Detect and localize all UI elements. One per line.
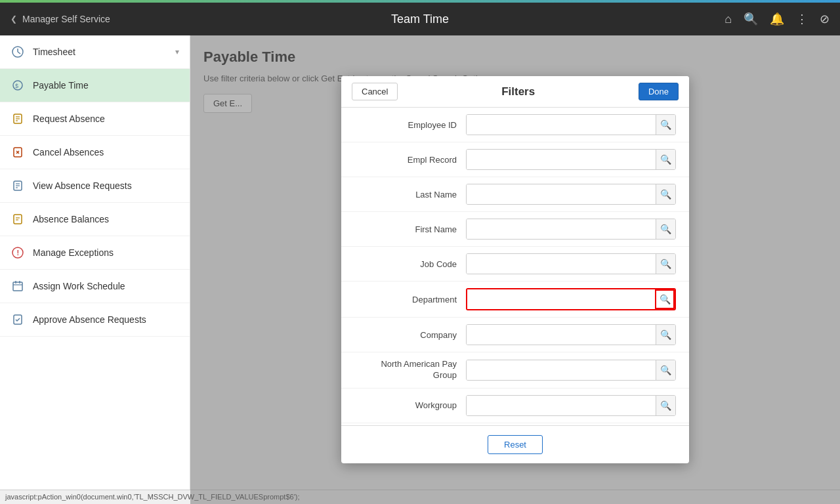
last-name-input[interactable] xyxy=(467,184,656,204)
payable-time-icon: $ xyxy=(10,78,25,93)
na-pay-group-input-wrap: 🔍 xyxy=(466,360,676,381)
chevron-left-icon: ❮ xyxy=(10,14,17,24)
na-pay-group-search-button[interactable]: 🔍 xyxy=(656,360,675,380)
content-area: Payable Time Use filter criteria below o… xyxy=(190,35,840,504)
workgroup-input[interactable] xyxy=(467,396,656,415)
manage-exceptions-icon: ! xyxy=(10,245,25,260)
workgroup-label: Workgroup xyxy=(354,400,466,410)
main-layout: Timesheet ▾ $ Payable Time xyxy=(0,35,840,504)
empl-record-input[interactable] xyxy=(467,150,656,169)
last-name-label: Last Name xyxy=(354,190,466,200)
department-input[interactable] xyxy=(467,289,655,309)
bell-icon[interactable]: 🔔 xyxy=(770,12,784,26)
request-absence-icon xyxy=(10,112,25,126)
absence-balances-icon xyxy=(10,212,25,226)
sidebar-item-view-absence-requests[interactable]: View Absence Requests xyxy=(0,169,190,203)
first-name-input-wrap: 🔍 xyxy=(466,219,676,240)
last-name-search-button[interactable]: 🔍 xyxy=(656,184,675,204)
svg-text:!: ! xyxy=(17,249,20,257)
modal-title: Filters xyxy=(398,85,638,98)
sidebar-item-approve-absence-requests[interactable]: Approve Absence Requests xyxy=(0,303,190,337)
sidebar-manage-exceptions-label: Manage Exceptions xyxy=(33,247,179,258)
sidebar-item-absence-balances[interactable]: Absence Balances xyxy=(0,203,190,236)
search-icon[interactable]: 🔍 xyxy=(744,12,758,26)
filter-row-last-name: Last Name 🔍 xyxy=(341,177,689,212)
header: ❮ Manager Self Service Team Time ⌂ 🔍 🔔 ⋮… xyxy=(0,3,840,35)
sidebar-request-absence-label: Request Absence xyxy=(33,114,179,124)
sidebar-approve-absence-label: Approve Absence Requests xyxy=(33,314,179,325)
svg-rect-21 xyxy=(13,282,22,291)
svg-rect-16 xyxy=(14,215,22,224)
sidebar-item-timesheet[interactable]: Timesheet ▾ xyxy=(0,35,190,69)
company-input-wrap: 🔍 xyxy=(466,324,676,345)
empl-record-search-button[interactable]: 🔍 xyxy=(656,150,675,169)
done-button[interactable]: Done xyxy=(639,83,679,100)
filter-row-workgroup: Workgroup 🔍 xyxy=(341,388,689,423)
na-pay-group-input[interactable] xyxy=(467,360,656,380)
sidebar-item-payable-time[interactable]: $ Payable Time xyxy=(0,69,190,102)
company-search-button[interactable]: 🔍 xyxy=(656,325,675,345)
sidebar-item-assign-work-schedule[interactable]: Assign Work Schedule xyxy=(0,270,190,303)
view-absence-requests-icon xyxy=(10,178,25,193)
na-pay-group-label: North American PayGroup xyxy=(354,359,466,381)
empl-record-label: Empl Record xyxy=(354,155,466,165)
sidebar-item-cancel-absences[interactable]: Cancel Absences xyxy=(0,136,190,169)
workgroup-search-button[interactable]: 🔍 xyxy=(656,396,675,415)
empl-record-input-wrap: 🔍 xyxy=(466,149,676,170)
assign-work-schedule-icon xyxy=(10,279,25,293)
job-code-search-button[interactable]: 🔍 xyxy=(656,254,675,274)
header-icons: ⌂ 🔍 🔔 ⋮ ⊘ xyxy=(724,12,830,26)
filter-row-company: Company 🔍 xyxy=(341,318,689,352)
company-input[interactable] xyxy=(467,325,656,345)
sidebar: Timesheet ▾ $ Payable Time xyxy=(0,35,190,504)
sidebar-item-request-absence[interactable]: Request Absence xyxy=(0,102,190,136)
modal-header: Cancel Filters Done xyxy=(341,76,689,108)
last-name-input-wrap: 🔍 xyxy=(466,184,676,205)
modal-footer: Reset xyxy=(341,425,689,463)
sidebar-timesheet-label: Timesheet xyxy=(33,47,167,57)
filters-modal: Cancel Filters Done Employee ID 🔍 Empl R… xyxy=(341,76,689,463)
svg-text:$: $ xyxy=(15,83,18,89)
back-label: Manager Self Service xyxy=(22,14,110,24)
header-title: Team Time xyxy=(391,12,449,26)
sidebar-view-absence-label: View Absence Requests xyxy=(33,180,179,191)
job-code-input-wrap: 🔍 xyxy=(466,253,676,274)
filter-row-job-code: Job Code 🔍 xyxy=(341,247,689,282)
filter-row-employee-id: Employee ID 🔍 xyxy=(341,108,689,142)
employee-id-label: Employee ID xyxy=(354,120,466,130)
sidebar-assign-work-label: Assign Work Schedule xyxy=(33,281,179,291)
department-input-wrap: 🔍 xyxy=(466,288,676,310)
cancel-button[interactable]: Cancel xyxy=(352,83,398,100)
first-name-input[interactable] xyxy=(467,219,656,239)
back-nav[interactable]: ❮ Manager Self Service xyxy=(10,14,110,24)
sidebar-item-manage-exceptions[interactable]: ! Manage Exceptions xyxy=(0,236,190,270)
sidebar-cancel-absences-label: Cancel Absences xyxy=(33,147,179,158)
department-label: Department xyxy=(354,295,466,304)
first-name-label: First Name xyxy=(354,224,466,234)
filter-row-first-name: First Name 🔍 xyxy=(341,212,689,247)
filter-row-empl-record: Empl Record 🔍 xyxy=(341,142,689,177)
more-icon[interactable]: ⋮ xyxy=(796,12,808,26)
timesheet-icon xyxy=(10,45,25,59)
modal-body: Employee ID 🔍 Empl Record 🔍 xyxy=(341,108,689,425)
approve-absence-icon xyxy=(10,312,25,327)
first-name-search-button[interactable]: 🔍 xyxy=(656,219,675,239)
filter-row-department: Department 🔍 xyxy=(341,282,689,318)
home-icon[interactable]: ⌂ xyxy=(724,12,732,26)
sidebar-absence-balances-label: Absence Balances xyxy=(33,214,179,224)
reset-button[interactable]: Reset xyxy=(488,435,543,454)
block-icon[interactable]: ⊘ xyxy=(820,12,830,26)
job-code-input[interactable] xyxy=(467,254,656,274)
svg-line-2 xyxy=(18,52,20,54)
timesheet-chevron-icon: ▾ xyxy=(175,47,179,56)
employee-id-input-wrap: 🔍 xyxy=(466,114,676,135)
employee-id-input[interactable] xyxy=(467,115,656,135)
company-label: Company xyxy=(354,330,466,340)
employee-id-search-button[interactable]: 🔍 xyxy=(656,115,675,135)
sidebar-payable-time-label: Payable Time xyxy=(33,80,179,91)
job-code-label: Job Code xyxy=(354,259,466,269)
workgroup-input-wrap: 🔍 xyxy=(466,395,676,416)
filter-row-na-pay-group: North American PayGroup 🔍 xyxy=(341,352,689,388)
cancel-absences-icon xyxy=(10,145,25,159)
department-search-button[interactable]: 🔍 xyxy=(655,289,675,309)
